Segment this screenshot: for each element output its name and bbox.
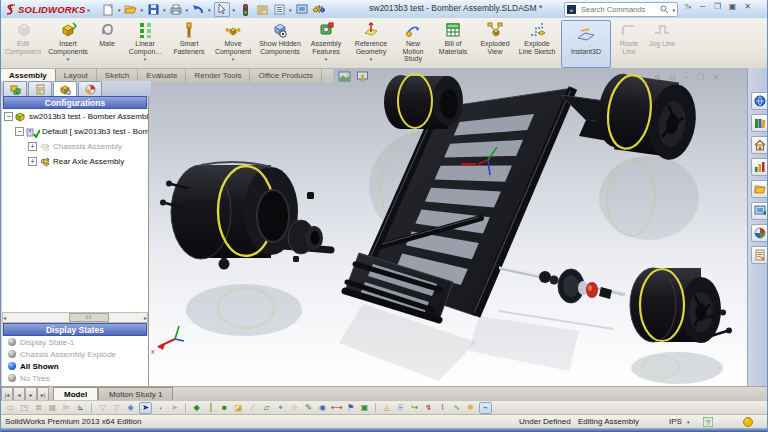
ribbon-button-smart-fasteners[interactable]: Smart Fasteners [169,20,209,66]
dropdown-arrow[interactable]: ▾ [325,56,328,62]
ribbon-button-mate[interactable]: Mate [93,20,121,66]
file-properties-icon[interactable] [255,3,269,16]
doc-close-icon[interactable]: ✕ [712,73,719,82]
new-document-icon[interactable] [101,3,115,16]
solidworks-resources-icon[interactable] [751,92,768,110]
doc-maximize-icon[interactable]: ❐ [697,73,704,82]
tab-scroll-first[interactable]: |◂ [1,387,13,401]
tab-render-tools[interactable]: Render Tools [186,69,250,82]
tab-scroll-prev[interactable]: ◂ [13,387,25,401]
ribbon-button-exploded-view[interactable]: Exploded View [475,20,515,66]
filter-planes-icon[interactable]: ▱ [261,403,272,413]
select-cursor-icon[interactable]: ➤ [139,402,152,414]
close-icon[interactable]: ✕ [741,2,754,11]
doc-restore-icon[interactable]: ⊞ [654,73,661,82]
select-cursor-icon[interactable] [214,2,230,17]
expand-icon[interactable]: + [28,142,37,151]
filter-axes-icon[interactable]: ⟋ [247,403,258,413]
ribbon-button-explode-line-sketch[interactable]: Explode Line Sketch [517,20,557,66]
configurationmanager-icon[interactable] [53,81,77,96]
display-state-item[interactable]: Display State-1 [2,336,148,348]
filter-surface-icon[interactable]: ◪ [233,403,244,413]
tab-motion-study-1[interactable]: Motion Study 1 [98,387,173,401]
filter-blocks-icon[interactable]: ▣ [359,403,370,413]
capture-icon[interactable] [295,3,309,16]
filter-dimension-icon[interactable]: ⟷ [331,403,342,413]
ribbon-button-linear-component-pattern[interactable]: Linear Compon... ▾ [123,20,167,66]
ribbon-button-insert-components[interactable]: Insert Components ▾ [45,20,91,66]
view-palette-icon[interactable] [751,180,768,198]
search-icon[interactable] [660,5,669,14]
display-state-item-selected[interactable]: All Shown [2,360,148,372]
filter-midpoint-icon[interactable]: ◉ [317,403,328,413]
lower-right-wheel[interactable] [630,268,721,343]
dropdown-arrow[interactable]: ▾ [67,56,70,62]
design-library-icon[interactable] [751,114,768,132]
ribbon-button-edit-component[interactable]: Edit Component [3,20,43,66]
displaymanager-icon[interactable] [78,81,102,96]
top-wheel[interactable] [384,74,463,129]
doc-shrink-icon[interactable]: ⊟ [669,73,676,82]
appearances-scenes-icon[interactable] [751,202,768,220]
filter-annotation-icon[interactable]: ⚑ [345,403,356,413]
tree-row-default-config[interactable]: − Default [ sw2013b3 test - Bom [2,124,148,139]
filter-weld-icon[interactable]: ◬ [381,403,392,413]
filter-datum-icon[interactable]: ⌹ [395,403,406,413]
restore-icon[interactable]: ❐ [711,2,724,11]
propertymanager-icon[interactable] [28,81,52,96]
search-results-icon[interactable] [751,158,768,176]
filter-selected-icon[interactable]: ⌁ [479,402,492,414]
help-badge-icon[interactable]: ? [703,417,713,427]
ribbon-button-instant3d[interactable]: Instant3D [561,20,611,68]
ribbon-button-route-line[interactable]: Route Line [613,20,645,66]
units-dropdown-arrow[interactable]: ▾ [687,419,690,425]
filter-thread-icon[interactable]: ⌇ [437,403,448,413]
scrollbar-thumb[interactable]: ⦀⦀ [69,313,109,322]
collapse-icon[interactable]: − [4,112,13,121]
annotations-icon[interactable]: ◳ [19,403,30,413]
filter-point-icon[interactable]: ∿ [451,403,462,413]
search-commands-box[interactable]: » ▾ [564,2,678,17]
wheel-nut[interactable] [307,192,314,199]
tag-icon[interactable] [743,417,753,427]
document-recovery-icon[interactable] [751,246,768,264]
graphics-area[interactable]: x ⊞ ⊟ ─ ❐ ✕ [149,68,747,386]
ribbon-button-show-hidden-components[interactable]: Show Hidden Components [257,20,303,66]
solidworks-explorer-icon[interactable] [312,3,326,16]
doc-minimize-icon[interactable]: ─ [683,73,689,82]
search-input[interactable] [579,4,657,15]
options-icon[interactable] [272,3,286,16]
help-icon[interactable]: ?▾ [681,2,694,11]
filter-connection-icon[interactable]: ↯ [423,403,434,413]
lasso-icon[interactable]: ➤ [169,403,180,413]
filter-vertices-icon[interactable]: ◆ [191,403,202,413]
filter-toggle-icon[interactable]: ▽ [97,403,108,413]
display-state-item[interactable]: No Tires [2,372,148,384]
revision-icon[interactable]: ⊫ [61,403,72,413]
apply-scene-icon[interactable] [338,70,351,83]
undo-icon[interactable] [191,3,205,16]
scroll-right-arrow[interactable]: ▸ [144,314,147,321]
wheel-nut[interactable] [293,256,299,262]
datum-icon[interactable]: ⊾ [75,403,86,413]
file-explorer-icon[interactable] [751,136,768,154]
clear-filter-icon[interactable]: ▽ [111,403,122,413]
tree-horizontal-scrollbar[interactable]: ◂ ⦀⦀ ▸ [2,312,148,323]
featuremanager-icon[interactable] [3,81,27,96]
menu-flyout-arrow[interactable]: ▸ [87,6,90,13]
front-left-wheel[interactable] [171,162,298,259]
maximize-icon[interactable]: ▣ [726,2,739,11]
select-dropdown-arrow[interactable]: ▾ [155,403,166,413]
comment-icon[interactable]: ▭ [5,403,16,413]
notes-icon[interactable]: ≣ [33,403,44,413]
filter-coordinate-icon[interactable]: ⊹ [289,403,300,413]
ribbon-button-move-component[interactable]: Move Component ▾ [211,20,255,66]
tree-row-chassis-assembly[interactable]: + Chasssis Assembly [2,139,148,154]
tables-icon[interactable]: ▦ [47,403,58,413]
filter-edges-icon[interactable]: ⎮ [205,403,216,413]
ribbon-button-reference-geometry[interactable]: Reference Geometry ▾ [349,20,393,66]
dropdown-arrow[interactable]: ▾ [370,56,373,62]
units-label[interactable]: IPS [669,417,682,426]
filter-origins-icon[interactable]: ⌖ [275,403,286,413]
tab-office-products[interactable]: Office Products [250,69,322,82]
